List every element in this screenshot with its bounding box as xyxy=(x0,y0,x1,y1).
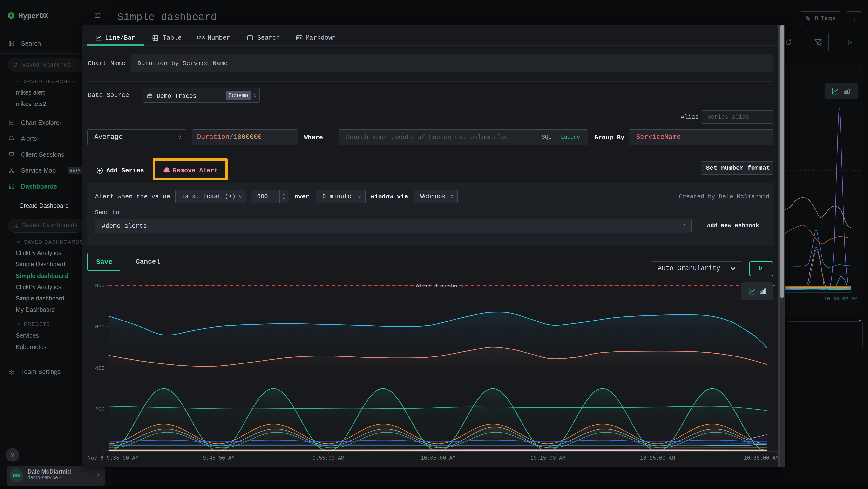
svg-text:Alert Threshold: Alert Threshold xyxy=(416,283,464,289)
svg-text:10:05:00 AM: 10:05:00 AM xyxy=(421,455,456,461)
svg-text:Nov 6 9:35:00 AM: Nov 6 9:35:00 AM xyxy=(88,455,138,461)
svg-text:9:45:00 AM: 9:45:00 AM xyxy=(203,455,235,461)
svg-text:600: 600 xyxy=(95,324,105,330)
svg-text:10:15:00 AM: 10:15:00 AM xyxy=(530,455,565,461)
svg-text:10:25:00 AM: 10:25:00 AM xyxy=(640,455,675,461)
svg-text:0: 0 xyxy=(101,448,105,454)
svg-text:400: 400 xyxy=(95,366,105,371)
svg-text:800: 800 xyxy=(95,283,105,289)
svg-text:9:55:00 AM: 9:55:00 AM xyxy=(312,455,344,461)
svg-text:10:35:00 AM: 10:35:00 AM xyxy=(744,455,779,461)
svg-text:200: 200 xyxy=(95,407,105,413)
